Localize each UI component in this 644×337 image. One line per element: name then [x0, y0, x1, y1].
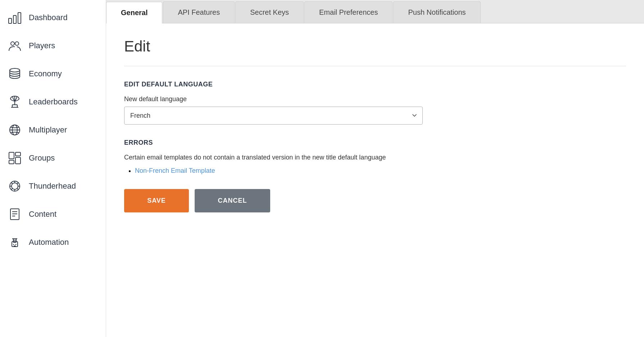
sidebar-item-players[interactable]: Players	[0, 32, 106, 60]
edit-default-language-heading: EDIT DEFAULT LANGUAGE	[124, 81, 626, 88]
svg-line-24	[11, 183, 13, 184]
sidebar-item-label-dashboard: Dashboard	[29, 13, 68, 22]
svg-point-19	[12, 183, 18, 189]
language-select[interactable]: French English Spanish German Italian Po…	[124, 107, 423, 125]
sidebar-item-label-groups: Groups	[29, 153, 55, 163]
svg-rect-0	[9, 18, 12, 23]
svg-point-34	[13, 244, 14, 245]
svg-rect-2	[18, 13, 21, 23]
sidebar-item-dashboard[interactable]: Dashboard	[0, 4, 106, 32]
sidebar-item-groups[interactable]: Groups	[0, 144, 106, 172]
sidebar-item-economy[interactable]: Economy	[0, 60, 106, 88]
automation-icon	[7, 235, 22, 250]
new-default-language-label: New default language	[124, 95, 626, 103]
sidebar-item-label-players: Players	[29, 41, 55, 50]
sidebar-item-thunderhead[interactable]: Thunderhead	[0, 172, 106, 200]
tab-bar: General API Features Secret Keys Email P…	[106, 0, 644, 23]
players-icon	[7, 38, 22, 53]
sidebar: Dashboard Players Economy	[0, 0, 106, 337]
sidebar-item-leaderboards[interactable]: Leaderboards	[0, 88, 106, 116]
svg-rect-16	[15, 152, 21, 156]
svg-rect-14	[9, 152, 14, 159]
svg-rect-17	[15, 157, 21, 164]
svg-point-5	[10, 68, 20, 72]
tab-email-preferences[interactable]: Email Preferences	[304, 1, 393, 23]
errors-description: Certain email templates do not contain a…	[124, 154, 626, 161]
sidebar-item-multiplayer[interactable]: Multiplayer	[0, 116, 106, 144]
tab-secret-keys[interactable]: Secret Keys	[235, 1, 304, 23]
sidebar-item-label-multiplayer: Multiplayer	[29, 125, 67, 135]
svg-point-3	[11, 42, 14, 45]
svg-line-26	[17, 183, 19, 184]
svg-point-4	[15, 42, 19, 45]
sidebar-item-label-content: Content	[29, 210, 56, 219]
multiplayer-icon	[7, 122, 22, 138]
sidebar-item-label-automation: Automation	[29, 238, 69, 247]
list-item: Non-French Email Template	[135, 167, 626, 175]
groups-icon	[7, 150, 22, 166]
tab-general[interactable]: General	[106, 2, 162, 23]
svg-rect-36	[14, 246, 16, 246]
bar-chart-icon	[7, 10, 22, 25]
svg-rect-1	[13, 15, 16, 23]
errors-heading: ERRORS	[124, 139, 626, 147]
edit-default-language-section: EDIT DEFAULT LANGUAGE New default langua…	[124, 81, 626, 139]
page-title: Edit	[124, 38, 626, 55]
leaderboards-icon	[7, 94, 22, 109]
button-row: SAVE CANCEL	[124, 189, 626, 212]
svg-rect-15	[9, 160, 14, 164]
error-list: Non-French Email Template	[124, 167, 626, 175]
tab-push-notifications[interactable]: Push Notifications	[393, 1, 480, 23]
main-content: General API Features Secret Keys Email P…	[106, 0, 644, 337]
cancel-button[interactable]: CANCEL	[195, 189, 270, 212]
divider	[124, 66, 626, 66]
economy-icon	[7, 66, 22, 81]
errors-section: ERRORS Certain email templates do not co…	[124, 139, 626, 175]
svg-line-27	[11, 189, 13, 190]
content-icon	[7, 207, 22, 222]
sidebar-item-label-thunderhead: Thunderhead	[29, 181, 76, 191]
thunderhead-icon	[7, 179, 22, 194]
sidebar-item-automation[interactable]: Automation	[0, 228, 106, 256]
error-link-non-french[interactable]: Non-French Email Template	[135, 167, 215, 174]
save-button[interactable]: SAVE	[124, 189, 189, 212]
tab-api-features[interactable]: API Features	[163, 1, 235, 23]
content-area: Edit EDIT DEFAULT LANGUAGE New default l…	[106, 23, 644, 337]
svg-point-35	[15, 244, 17, 245]
sidebar-item-label-leaderboards: Leaderboards	[29, 97, 78, 107]
sidebar-item-label-economy: Economy	[29, 69, 62, 78]
sidebar-item-content[interactable]: Content	[0, 200, 106, 228]
svg-line-25	[17, 189, 19, 190]
